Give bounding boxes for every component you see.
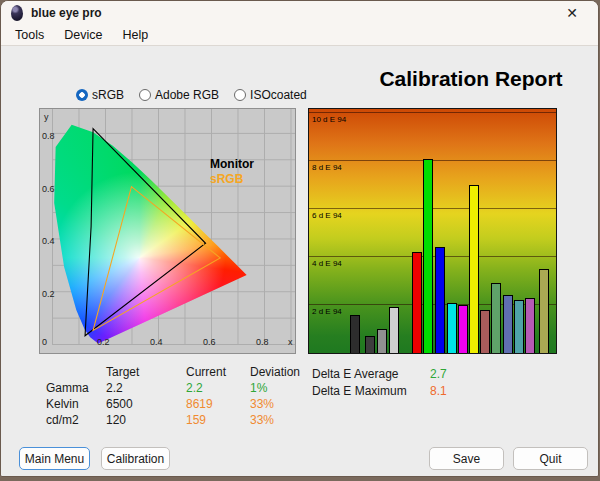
app-window: blue eye pro ✕ ToolsDeviceHelp Calibrati…	[0, 0, 599, 477]
target-value: 120	[106, 413, 186, 427]
radio-option-isocoated[interactable]: ISOcoated	[234, 88, 307, 102]
cie-chromaticity-chart: y x 00.20.40.60.80.20.40.60.8 Monitor sR…	[39, 108, 296, 354]
bar-dark-gray	[365, 336, 375, 353]
gridline-label: 2 d E 94	[312, 307, 342, 316]
gamut-radio-group: sRGBAdobe RGBISOcoated	[76, 88, 307, 102]
legend-monitor: Monitor	[210, 157, 254, 171]
window-title: blue eye pro	[31, 6, 102, 20]
delta-avg-label: Delta E Average	[312, 367, 430, 381]
y-tick: 0.8	[42, 131, 55, 141]
y-tick: 0.6	[42, 184, 55, 194]
srgb-gamut-triangle	[93, 187, 220, 331]
y-tick: 0.2	[42, 289, 55, 299]
radio-unchecked-icon[interactable]	[234, 89, 246, 101]
radio-label: sRGB	[92, 88, 124, 102]
save-button[interactable]: Save	[429, 447, 504, 470]
main-menu-button[interactable]: Main Menu	[19, 447, 90, 470]
table-header: Current	[186, 365, 250, 379]
bar-light-gray	[389, 307, 399, 353]
current-value: 2.2	[186, 381, 250, 395]
gridline-label: 8 d E 94	[312, 163, 342, 172]
close-icon[interactable]: ✕	[560, 1, 584, 25]
delta-max-label: Delta E Maximum	[312, 384, 430, 398]
x-tick: 0.6	[203, 337, 216, 347]
x-tick: 0.8	[256, 337, 269, 347]
deviation-value: 33%	[250, 413, 330, 427]
x-tick: 0.4	[150, 337, 163, 347]
bar-black	[350, 315, 360, 353]
bar-slate-blue	[503, 295, 513, 353]
gridline-label: 10 d E 94	[312, 115, 346, 124]
delta-avg-value: 2.7	[430, 367, 447, 381]
quit-button[interactable]: Quit	[513, 447, 588, 470]
radio-option-adobe-rgb[interactable]: Adobe RGB	[139, 88, 219, 102]
title-bar: blue eye pro ✕	[1, 1, 598, 25]
radio-option-srgb[interactable]: sRGB	[76, 88, 124, 102]
gridline-label: 4 d E 94	[312, 259, 342, 268]
bar-blue	[435, 247, 445, 353]
row-label: cd/m2	[46, 413, 106, 427]
target-value: 6500	[106, 397, 186, 411]
delta-max-value: 8.1	[430, 384, 447, 398]
delta-e-summary: Delta E Average 2.7 Delta E Maximum 8.1	[312, 367, 447, 398]
bar-olive	[539, 269, 549, 353]
bar-magenta	[458, 305, 468, 353]
cie-plot-area	[52, 109, 295, 345]
menu-bar: ToolsDeviceHelp	[1, 25, 598, 46]
bar-red	[412, 252, 422, 353]
bar-orchid	[525, 298, 535, 353]
menu-item-help[interactable]: Help	[112, 26, 158, 44]
x-axis-label: x	[288, 337, 293, 347]
table-header: Target	[106, 365, 186, 379]
y-axis-label: y	[44, 112, 49, 122]
target-value: 2.2	[106, 381, 186, 395]
gamut-triangles	[52, 109, 295, 345]
menu-item-device[interactable]: Device	[54, 26, 112, 44]
radio-label: ISOcoated	[250, 88, 307, 102]
bar-teal	[514, 300, 524, 353]
legend-srgb: sRGB	[210, 172, 243, 186]
gridline-10	[309, 112, 556, 113]
row-label: Gamma	[46, 381, 106, 395]
row-label: Kelvin	[46, 397, 106, 411]
current-value: 159	[186, 413, 250, 427]
table-header	[46, 365, 106, 379]
bar-green	[423, 159, 433, 353]
calibration-button[interactable]: Calibration	[101, 447, 170, 470]
radio-label: Adobe RGB	[155, 88, 219, 102]
bar-cyan	[447, 303, 457, 353]
bar-brown	[480, 310, 490, 353]
gridline-label: 6 d E 94	[312, 211, 342, 220]
delta-e-bar-chart: 2 d E 944 d E 946 d E 948 d E 9410 d E 9…	[308, 108, 557, 354]
bar-sea-green	[491, 283, 501, 353]
y-tick: 0.4	[42, 236, 55, 246]
bar-gray	[377, 329, 387, 353]
x-tick: 0.2	[97, 337, 110, 347]
current-value: 8619	[186, 397, 250, 411]
radio-unchecked-icon[interactable]	[139, 89, 151, 101]
bar-yellow	[469, 185, 479, 353]
x-tick: 0	[42, 337, 47, 347]
radio-checked-icon[interactable]	[76, 89, 88, 101]
calibration-results-table: Target Current Deviation Gamma 2.2 2.2 1…	[46, 365, 330, 427]
menu-item-tools[interactable]: Tools	[5, 26, 54, 44]
deviation-value: 33%	[250, 397, 330, 411]
page-title: Calibration Report	[356, 67, 586, 91]
blue-eye-app-icon	[11, 5, 23, 21]
